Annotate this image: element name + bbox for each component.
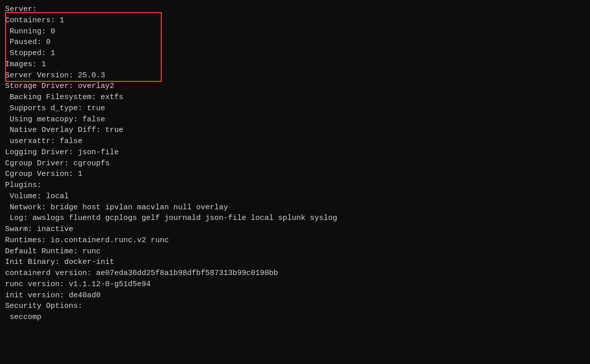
terminal-line: Logging Driver: json-file	[5, 147, 585, 158]
terminal-line: init version: de40ad0	[5, 290, 585, 301]
terminal-line: Using metacopy: false	[5, 114, 585, 125]
terminal-line: Storage Driver: overlay2	[5, 81, 585, 92]
terminal-line: userxattr: false	[5, 136, 585, 147]
terminal-line: Server:	[5, 4, 585, 15]
terminal-line: Server Version: 25.0.3	[5, 70, 585, 81]
terminal-line: Cgroup Version: 1	[5, 169, 585, 180]
terminal-line: Log: awslogs fluentd gcplogs gelf journa…	[5, 213, 585, 224]
terminal-line: Default Runtime: runc	[5, 246, 585, 257]
terminal-line: Supports d_type: true	[5, 103, 585, 114]
terminal-output: Server:Containers: 1 Running: 0 Paused: …	[5, 4, 585, 323]
terminal-line: Stopped: 1	[5, 48, 585, 59]
terminal-line: Containers: 1	[5, 15, 585, 26]
terminal-line: Paused: 0	[5, 37, 585, 48]
terminal-line: Volume: local	[5, 191, 585, 202]
terminal-line: Swarm: inactive	[5, 224, 585, 235]
terminal-line: Cgroup Driver: cgroupfs	[5, 158, 585, 169]
terminal-line: Backing Filesystem: extfs	[5, 92, 585, 103]
terminal-line: Network: bridge host ipvlan macvlan null…	[5, 202, 585, 213]
terminal-line: Plugins:	[5, 180, 585, 191]
terminal-line: containerd version: ae07eda36dd25f8a1b98…	[5, 268, 585, 279]
terminal-line: seccomp	[5, 312, 585, 323]
terminal-line: Running: 0	[5, 26, 585, 37]
terminal-line: Images: 1	[5, 59, 585, 70]
terminal-line: runc version: v1.1.12-0-g51d5e94	[5, 279, 585, 290]
terminal-line: Security Options:	[5, 301, 585, 312]
terminal-line: Init Binary: docker-init	[5, 257, 585, 268]
terminal-line: Native Overlay Diff: true	[5, 125, 585, 136]
terminal-line: Runtimes: io.containerd.runc.v2 runc	[5, 235, 585, 246]
